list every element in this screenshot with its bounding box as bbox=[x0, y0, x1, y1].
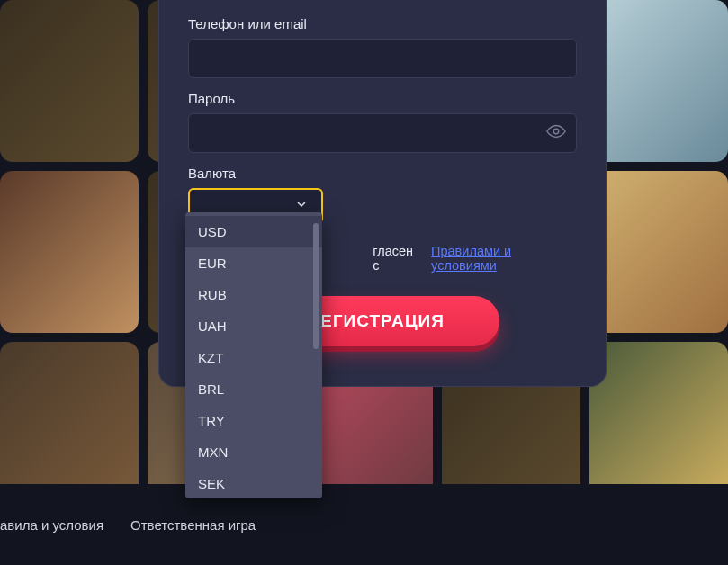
password-input[interactable] bbox=[188, 113, 577, 153]
currency-option[interactable]: EUR bbox=[185, 247, 322, 279]
currency-option[interactable]: USD bbox=[185, 216, 322, 247]
terms-link[interactable]: Правилами и условиями bbox=[431, 244, 577, 273]
currency-label: Валюта bbox=[188, 166, 577, 181]
login-label: Телефон или email bbox=[188, 16, 577, 31]
currency-option[interactable]: BRL bbox=[185, 373, 322, 405]
currency-option[interactable]: KZT bbox=[185, 342, 322, 373]
footer: авила и условия Ответственная игра bbox=[0, 484, 728, 565]
currency-dropdown: USDEURRUBUAHKZTBRLTRYMXNSEK bbox=[185, 212, 322, 498]
currency-option[interactable]: MXN bbox=[185, 436, 322, 468]
password-label: Пароль bbox=[188, 91, 577, 106]
currency-option[interactable]: RUB bbox=[185, 279, 322, 310]
footer-terms-link[interactable]: авила и условия bbox=[0, 517, 103, 533]
game-tile[interactable] bbox=[0, 171, 139, 333]
eye-icon[interactable] bbox=[546, 121, 566, 145]
game-tile[interactable] bbox=[589, 171, 728, 333]
currency-dropdown-list: USDEURRUBUAHKZTBRLTRYMXNSEK bbox=[185, 216, 322, 495]
currency-option[interactable]: SEK bbox=[185, 468, 322, 495]
terms-prefix: гласен с bbox=[373, 244, 422, 273]
svg-point-0 bbox=[553, 129, 559, 134]
login-input[interactable] bbox=[188, 39, 577, 78]
game-tile[interactable] bbox=[0, 0, 139, 162]
scrollbar-thumb[interactable] bbox=[313, 223, 319, 349]
currency-option[interactable]: TRY bbox=[185, 405, 322, 436]
game-tile[interactable] bbox=[589, 0, 728, 162]
footer-responsible-link[interactable]: Ответственная игра bbox=[130, 517, 256, 533]
currency-option[interactable]: UAH bbox=[185, 310, 322, 342]
game-tile[interactable] bbox=[0, 342, 139, 504]
game-tile[interactable] bbox=[589, 342, 728, 504]
